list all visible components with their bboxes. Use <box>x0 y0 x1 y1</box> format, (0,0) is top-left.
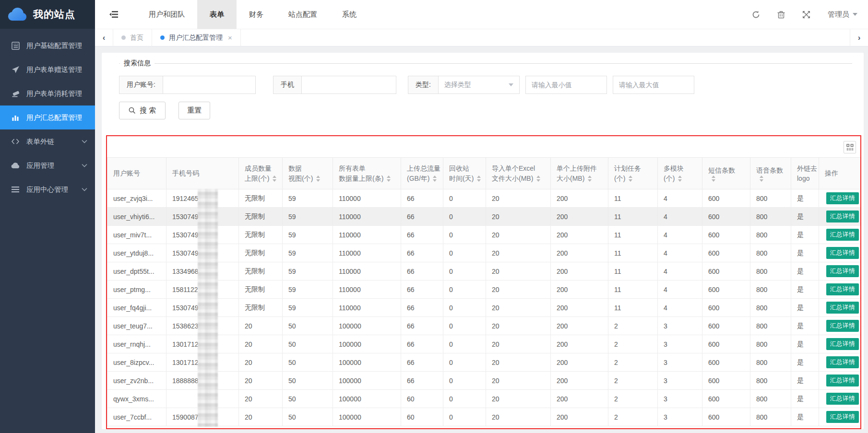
account-input[interactable] <box>163 76 255 94</box>
site-title: 我的站点 <box>33 8 75 21</box>
cell-account: user_8izpcv... <box>107 353 166 372</box>
tags-scroll-left-icon[interactable]: ‹ <box>95 29 113 46</box>
sort-icon[interactable] <box>629 176 632 182</box>
column-header-account: 用户账号 <box>107 158 166 189</box>
sidebar-item-label: 表单外链 <box>26 137 54 146</box>
cell-sms_count: 600 <box>702 317 750 335</box>
admin-menu[interactable]: 管理员 <box>828 10 857 19</box>
cell-remove_logo: 是 <box>791 317 819 335</box>
summary-detail-button[interactable]: 汇总详情 <box>826 393 859 405</box>
cell-multi_modules: 4 <box>658 226 702 244</box>
cell-account: user_ytduj8... <box>107 244 166 262</box>
table-header-row: 用户账号手机号码成员数量上限(个)数据视图(个)所有表单数据量上限(条)上传总流… <box>107 158 861 189</box>
type-select[interactable]: 选择类型 <box>439 76 519 94</box>
sidebar-collapse-icon[interactable] <box>109 11 118 18</box>
sidebar-item-label: 用户基础配置管理 <box>26 41 82 50</box>
summary-detail-button[interactable]: 汇总详情 <box>826 356 859 368</box>
search-button[interactable]: 搜 索 <box>119 102 166 119</box>
column-header-upload_traffic[interactable]: 上传总流量(GB/年) <box>401 158 443 189</box>
cell-phone: 1538623 <box>166 317 239 335</box>
account-label: 用户账号: <box>119 76 163 94</box>
cell-recycle_days: 0 <box>443 372 486 390</box>
reset-button[interactable]: 重置 <box>178 102 210 119</box>
sidebar-item-4[interactable]: 用户汇总配置管理 <box>0 105 95 129</box>
summary-detail-button[interactable]: 汇总详情 <box>826 211 859 222</box>
cell-planned_tasks: 2 <box>608 353 658 372</box>
column-header-form_data_limit[interactable]: 所有表单数据量上限(条) <box>333 158 401 189</box>
sort-icon[interactable] <box>387 176 391 182</box>
phone-input[interactable] <box>302 76 396 94</box>
summary-detail-button[interactable]: 汇总详情 <box>826 411 859 423</box>
cell-data_views: 59 <box>283 226 333 244</box>
topnav-tab-4[interactable]: 站点配置 <box>276 0 330 29</box>
sidebar-item-7[interactable]: 应用中心管理 <box>0 177 95 201</box>
open-tab-2[interactable]: 用户汇总配置管理× <box>152 29 241 46</box>
column-header-attachment_size[interactable]: 单个上传附件大小(MB) <box>551 158 608 189</box>
cell-planned_tasks: 11 <box>608 244 658 262</box>
cell-voice_count: 800 <box>750 299 791 317</box>
sort-icon[interactable] <box>316 176 320 182</box>
max-value-input[interactable] <box>613 76 694 94</box>
summary-detail-button[interactable]: 汇总详情 <box>826 338 859 350</box>
cell-multi_modules: 4 <box>658 299 702 317</box>
fullscreen-icon[interactable] <box>802 11 810 19</box>
summary-detail-button[interactable]: 汇总详情 <box>826 320 859 332</box>
table-row-12: qywx_3xms...20501000006002020023600800是汇… <box>107 390 861 408</box>
sort-icon[interactable] <box>588 176 592 182</box>
sort-icon[interactable] <box>273 176 276 182</box>
sidebar-item-5[interactable]: 表单外链 <box>0 129 95 153</box>
cell-remove_logo: 是 <box>791 208 819 226</box>
cell-remove_logo: 是 <box>791 372 819 390</box>
open-tab-1[interactable]: 首页 <box>113 29 152 46</box>
column-header-member_limit[interactable]: 成员数量上限(个) <box>239 158 283 189</box>
sort-icon[interactable] <box>760 176 763 182</box>
table-row-7: user_fq4gji...1530749无限制5911000066020200… <box>107 299 861 317</box>
topnav-tab-2[interactable]: 表单 <box>197 0 237 29</box>
cell-account: user_teug7... <box>107 317 166 335</box>
topbar: 用户和团队表单财务站点配置系统 管理 <box>95 0 868 29</box>
cell-upload_traffic: 66 <box>401 262 443 281</box>
summary-detail-button[interactable]: 汇总详情 <box>826 374 859 386</box>
sort-icon[interactable] <box>678 176 682 182</box>
sidebar-item-1[interactable]: 用户基础配置管理 <box>0 34 95 58</box>
sort-icon[interactable] <box>477 176 481 182</box>
summary-detail-button[interactable]: 汇总详情 <box>826 265 859 277</box>
sidebar-item-3[interactable]: 用户表单消耗管理 <box>0 82 95 105</box>
cell-attachment_size: 200 <box>551 335 608 353</box>
column-settings-button[interactable] <box>844 141 856 153</box>
sort-icon[interactable] <box>433 176 437 182</box>
cell-excel_size: 20 <box>486 299 551 317</box>
summary-detail-button[interactable]: 汇总详情 <box>826 283 859 295</box>
column-header-voice_count[interactable]: 语音条数 <box>750 158 791 189</box>
sidebar-item-6[interactable]: 应用管理 <box>0 153 95 177</box>
column-header-excel_size[interactable]: 导入单个Excel文件大小(MB) <box>486 158 551 189</box>
summary-detail-button[interactable]: 汇总详情 <box>826 192 859 204</box>
action-cell: 汇总详情 <box>819 335 861 353</box>
summary-detail-button[interactable]: 汇总详情 <box>826 229 859 241</box>
topnav-tab-1[interactable]: 用户和团队 <box>136 0 197 29</box>
column-header-data_views[interactable]: 数据视图(个) <box>283 158 333 189</box>
topnav-tab-5[interactable]: 系统 <box>330 0 369 29</box>
cell-attachment_size: 200 <box>551 281 608 299</box>
column-header-planned_tasks[interactable]: 计划任务(个) <box>608 158 658 189</box>
cell-sms_count: 600 <box>702 299 750 317</box>
topnav-tab-3[interactable]: 财务 <box>237 0 276 29</box>
trash-icon[interactable] <box>777 11 785 19</box>
cell-data_views: 59 <box>283 299 333 317</box>
page-card: 搜索信息 用户账号: 手机 类型: 选择类 <box>102 53 864 429</box>
cell-sms_count: 600 <box>702 335 750 353</box>
cell-attachment_size: 200 <box>551 353 608 372</box>
cell-member_limit: 20 <box>239 353 283 372</box>
sort-icon[interactable] <box>712 176 715 182</box>
sidebar-item-2[interactable]: 用户表单赠送管理 <box>0 58 95 82</box>
column-header-multi_modules[interactable]: 多模块(个) <box>658 158 702 189</box>
summary-detail-button[interactable]: 汇总详情 <box>826 247 859 259</box>
column-header-recycle_days[interactable]: 回收站时间(天) <box>443 158 486 189</box>
sort-icon[interactable] <box>536 176 540 182</box>
close-icon[interactable]: × <box>228 34 232 42</box>
summary-detail-button[interactable]: 汇总详情 <box>826 302 859 314</box>
tags-scroll-right-icon[interactable]: › <box>850 29 868 46</box>
min-value-input[interactable] <box>525 76 607 94</box>
column-header-sms_count[interactable]: 短信条数 <box>702 158 750 189</box>
refresh-icon[interactable] <box>752 11 760 19</box>
